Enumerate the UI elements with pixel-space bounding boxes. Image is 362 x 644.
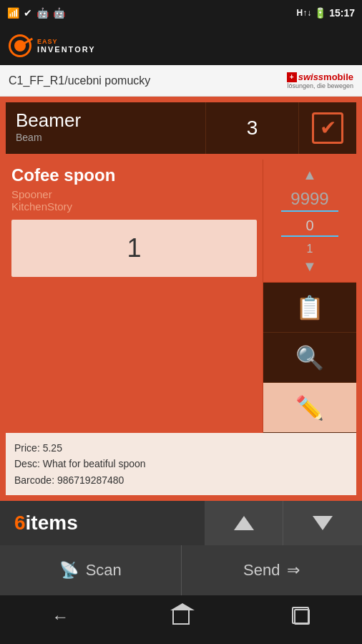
action-buttons: 📋 🔍 ✏️ (263, 283, 356, 433)
product-right: ▲ 9999 0 1 ▼ 📋 🔍 ✏️ (263, 160, 356, 433)
product-section: Cofee spoon Spooner KitchenStory 1 ▲ 999… (6, 160, 356, 433)
edit-icon: ✏️ (295, 394, 324, 421)
counter-down-icon[interactable]: ▼ (303, 258, 317, 275)
device-icon: 🤖 (53, 7, 65, 19)
product-name: Cofee spoon (6, 165, 263, 185)
edit-button[interactable]: ✏️ (263, 383, 356, 433)
main-content: Beamer Beam 3 ✔ Cofee spoon Spooner Kitc… (0, 97, 362, 501)
product-category: KitchenStory (6, 200, 263, 213)
beamer-row: Beamer Beam 3 ✔ (6, 102, 356, 154)
send-label: Send (243, 561, 280, 580)
items-number-display: 6items (14, 512, 78, 534)
price-label: Price: (14, 442, 40, 454)
step-value: 1 (307, 243, 313, 255)
check-status-icon: ✔ (24, 7, 32, 19)
navigation-arrows (205, 501, 362, 545)
scan-button[interactable]: 📡 Scan (0, 545, 182, 595)
swiss-cross-icon: + (287, 72, 297, 82)
swiss-mobile-logo: + swissmobile lösungen, die bewegen (287, 72, 353, 89)
quantity-value: 1 (127, 233, 141, 263)
next-item-button[interactable] (283, 501, 362, 545)
back-button[interactable]: ← (42, 602, 78, 631)
send-button[interactable]: Send ⇒ (182, 545, 363, 595)
beamer-name: Beamer (16, 109, 195, 132)
clock: 15:17 (329, 7, 355, 19)
down-arrow-icon (313, 516, 333, 530)
breadcrumb-bar: C1_FF_R1/ucebni pomucky + swissmobile lö… (0, 65, 362, 97)
barcode-label: Barcode: (14, 474, 54, 486)
logo-text-group: easy INVENTORY (37, 38, 96, 54)
recents-button[interactable] (284, 602, 320, 631)
counter-up-icon[interactable]: ▲ (303, 167, 317, 183)
desc-label: Desc: (14, 458, 40, 469)
max-count: 9999 (290, 189, 328, 209)
product-details: Price: 5.25 Desc: What for beatiful spoo… (6, 433, 356, 495)
current-count[interactable]: 0 (305, 218, 313, 234)
search-doc-icon: 🔍 (295, 344, 324, 371)
recents-icon (294, 609, 310, 625)
app-logo: easy INVENTORY (9, 34, 96, 57)
items-label: items (26, 512, 78, 534)
notes-icon: 📋 (295, 294, 324, 321)
desc-value: What for beatiful spoon (43, 458, 146, 469)
beamer-info: Beamer Beam (6, 102, 206, 154)
bottom-nav: 6items 📡 Scan Send ⇒ ← (0, 501, 362, 638)
items-bar: 6items (0, 501, 362, 545)
product-left: Cofee spoon Spooner KitchenStory 1 (6, 160, 263, 433)
beamer-subtitle: Beam (16, 132, 195, 143)
desc-line: Desc: What for beatiful spoon (14, 456, 348, 472)
home-button[interactable] (163, 602, 199, 631)
battery-icon: 🔋 (314, 7, 326, 19)
items-count-number: 6 (14, 512, 26, 534)
beamer-count: 3 (206, 102, 299, 154)
android-icon: 🤖 (36, 7, 49, 19)
send-arrow-icon: ⇒ (287, 561, 300, 580)
logo-easy: easy (37, 38, 58, 45)
breadcrumb-path: C1_FF_R1/ucebni pomucky (9, 74, 150, 87)
barcode-value: 986719287480 (57, 474, 124, 486)
back-icon: ← (52, 607, 69, 627)
beamer-check[interactable]: ✔ (299, 102, 356, 154)
check-box[interactable]: ✔ (312, 112, 343, 144)
quantity-box[interactable]: 1 (11, 220, 257, 277)
status-right: H↑↓ 🔋 15:17 (297, 7, 355, 19)
items-count-area: 6items (0, 512, 205, 535)
status-icons: 📶 ✔ 🤖 🤖 (7, 7, 65, 19)
signal-icon: H↑↓ (297, 8, 312, 18)
app-header: easy INVENTORY (0, 26, 362, 65)
count-line-2 (281, 235, 338, 237)
up-arrow-icon (234, 516, 254, 530)
count-line-1 (281, 210, 338, 212)
scan-send-bar: 📡 Scan Send ⇒ (0, 545, 362, 595)
product-brand: Spooner (6, 188, 263, 200)
logo-inventory: INVENTORY (37, 45, 96, 54)
scan-label: Scan (86, 561, 122, 580)
wifi-status-icon: 📶 (7, 7, 19, 19)
scan-wifi-icon: 📡 (59, 561, 79, 580)
counter-controls: ▲ 9999 0 1 ▼ (263, 160, 356, 283)
search-button[interactable]: 🔍 (263, 333, 356, 383)
barcode-line: Barcode: 986719287480 (14, 472, 348, 488)
check-mark-icon: ✔ (320, 118, 336, 138)
status-bar: 📶 ✔ 🤖 🤖 H↑↓ 🔋 15:17 (0, 0, 362, 26)
logo-circle-icon (9, 34, 31, 57)
prev-item-button[interactable] (205, 501, 283, 545)
system-nav-bar: ← (0, 595, 362, 638)
price-line: Price: 5.25 (14, 440, 348, 456)
swiss-sub: lösungen, die bewegen (287, 82, 353, 89)
home-icon (172, 609, 190, 625)
notes-button[interactable]: 📋 (263, 283, 356, 333)
price-value: 5.25 (43, 442, 62, 454)
swiss-brand: swissmobile (298, 72, 353, 82)
